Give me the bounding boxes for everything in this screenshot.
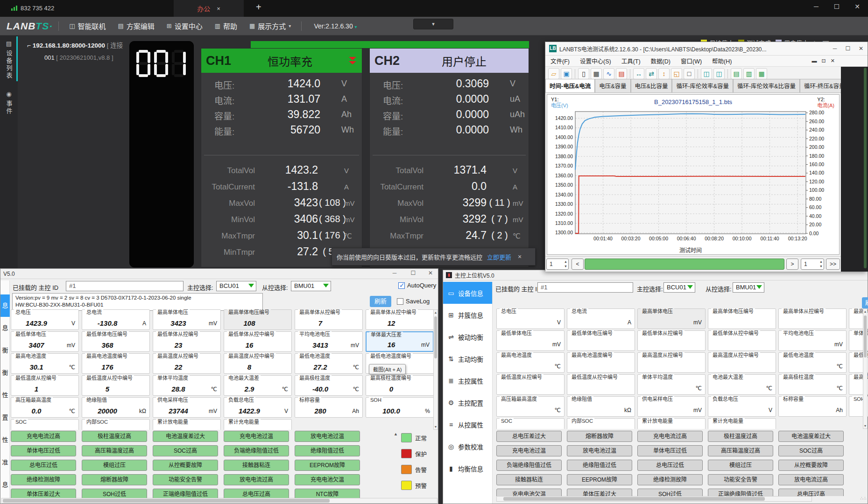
data-cell[interactable]: 最高电池温度编号 176	[82, 353, 150, 374]
data-cell[interactable]: 最高极柱温度编号 0	[366, 375, 434, 396]
data-cell[interactable]: 最低单体从控中编号	[708, 330, 776, 351]
data-cell[interactable]: 最高单体电压 3423 mV	[153, 309, 221, 330]
data-cell[interactable]: 最高单体从控中编号 12	[366, 309, 434, 330]
split-three-icon[interactable]: ◫	[713, 68, 725, 79]
fit-vertical-icon[interactable]: ↕	[658, 68, 670, 79]
data-cell[interactable]: 最低单体电压 mV	[496, 330, 565, 351]
status-flag-button[interactable]: 负端绝缘阻值过低	[496, 460, 562, 471]
data-cell[interactable]: 高压箱最高温度 0.0 ℃	[11, 397, 79, 418]
sidebar-item-主控属性[interactable]: ≣ 主控属性	[443, 370, 492, 392]
left-window-titlebar[interactable]: V5.0	[0, 269, 438, 279]
ch2-header[interactable]: CH2 用户停止	[370, 49, 529, 73]
data-cell[interactable]: 单体平均温度 28.8 ℃	[153, 375, 221, 396]
chart-window-titlebar[interactable]: LB LANBTS电池测试系统2.12.6.30 - [C:\Users\LAN…	[545, 42, 868, 56]
status-flag-button[interactable]: 电池温度差过大	[778, 431, 844, 442]
status-flag-button[interactable]: 充电电流过高	[637, 431, 703, 442]
data-cell[interactable]: 最低温度从控编号	[496, 374, 565, 395]
status-flag-button[interactable]: 绝缘阻值过低	[567, 460, 632, 471]
table-dense-icon[interactable]: ▦	[756, 68, 767, 79]
status-flag-button[interactable]: 功能安全告警	[153, 474, 218, 485]
data-cell[interactable]: 绝缘阻值 kΩ	[567, 396, 635, 417]
status-flag-button[interactable]: 极柱温度过高	[708, 431, 773, 442]
status-flag-button[interactable]: 总电压过低	[11, 460, 76, 471]
chart-menu-item[interactable]: 窗口(W)	[681, 56, 702, 65]
left-win-minimize[interactable]: ─	[387, 270, 402, 276]
save-icon[interactable]: ▣	[561, 68, 572, 79]
refresh-button[interactable]: 刷新	[370, 296, 391, 307]
minimize-button[interactable]: ─	[809, 3, 823, 10]
data-cell[interactable]: 总电流 A	[567, 308, 635, 329]
status-flag-button[interactable]: 总电压过低	[637, 460, 703, 471]
slave-select-dropdown[interactable]: BMU01	[291, 281, 331, 291]
status-flag-button[interactable]: 接触器粘连	[224, 460, 289, 471]
sidebar-item-主控配置[interactable]: ⚙ 主控配置	[443, 392, 492, 413]
sidebar-item-设备信息[interactable]: ▭ 设备信息	[443, 282, 492, 304]
status-flag-button[interactable]: SOC过高	[778, 445, 844, 456]
data-cell[interactable]: 平均电池电压 3413 mV	[295, 331, 363, 352]
status-flag-button[interactable]: 绝缘检测故障	[637, 474, 703, 485]
data-cell[interactable]: 单体平均温度 ℃	[637, 374, 706, 395]
status-flag-button[interactable]: 从控概要故障	[153, 460, 218, 471]
data-cell[interactable]: 最高电池温度 ℃	[496, 352, 565, 373]
right-grid-scrollbar[interactable]: ▲▼	[863, 308, 868, 429]
data-cell[interactable]: 总电流 -130.8 A	[82, 309, 150, 330]
left-win-maximize[interactable]: ☐	[406, 270, 421, 276]
data-cell[interactable]: 最高单体电压编号	[708, 308, 776, 329]
last-page-button[interactable]: >>	[826, 259, 840, 270]
notification-close-icon[interactable]: ×	[518, 253, 522, 260]
settings-center-menu-item[interactable]: ⊞ 设置中心	[167, 21, 205, 31]
chart-maximize-button[interactable]: ☐	[841, 45, 854, 52]
data-cell[interactable]: 最低电池温度 ℃	[778, 352, 847, 373]
status-flag-button[interactable]: 功能安全告警	[708, 474, 773, 485]
status-flag-button[interactable]: 负端绝缘阻值过低	[224, 445, 289, 456]
data-cell[interactable]: 最高温度从控编号	[637, 352, 706, 373]
left-grid-scrollbar[interactable]: ▲▼	[433, 309, 438, 430]
chart-menu-item[interactable]: 工具(T)	[621, 56, 641, 65]
status-flag-button[interactable]: 充电电池过温	[224, 431, 289, 442]
clipped-sidebar-item[interactable]: 衡	[0, 339, 10, 362]
status-flag-button[interactable]: 放电电流过高	[224, 474, 289, 485]
clipped-sidebar-item[interactable]: 性	[0, 384, 10, 406]
session-tab[interactable]: 办公 ×	[174, 0, 244, 17]
master-select-dropdown[interactable]: BCU01	[216, 281, 256, 291]
expand-icon[interactable]: ◱	[671, 68, 682, 79]
status-flag-button[interactable]: 充电电池欠温	[295, 474, 360, 485]
status-flag-button[interactable]: 总电压过高	[778, 489, 844, 496]
clipped-sidebar-item[interactable]: 置	[0, 406, 10, 429]
status-flag-button[interactable]: 高压箱温度过高	[82, 445, 147, 456]
split-two-icon[interactable]: ◫	[701, 68, 712, 79]
status-flag-button[interactable]: SOC过高	[153, 445, 218, 456]
data-cell[interactable]: 电池最大温差 2.9 ℃	[224, 375, 292, 396]
table-view-icon[interactable]: ▤	[731, 68, 742, 79]
right-h-scrollbar[interactable]	[496, 496, 812, 502]
autoquery-checkbox[interactable]: AutoQuery	[398, 282, 436, 289]
status-flag-button[interactable]: 放电电池过温	[295, 431, 360, 442]
data-cell[interactable]: 累计充电能量	[224, 419, 292, 430]
data-cell[interactable]: SOC	[496, 418, 565, 429]
chart-minimize-button[interactable]: ─	[828, 45, 841, 52]
data-cell[interactable]: 最高单体电压 mV	[637, 308, 706, 329]
merge-horizontal-icon[interactable]: ⇄	[646, 68, 657, 79]
data-cell[interactable]: 总电压 V	[496, 308, 565, 329]
mdi-scrollbar[interactable]	[864, 68, 867, 268]
chart-close-button[interactable]: ✕	[854, 45, 868, 52]
schedule-alert-icon[interactable]: ▤	[616, 68, 627, 79]
data-cell[interactable]: 最低单体从控中编号 16	[224, 331, 292, 352]
status-flag-button[interactable]: EEPROM故障	[567, 474, 632, 485]
sidebar-item-并簇信息[interactable]: ⊞ 并簇信息	[443, 304, 492, 326]
status-flag-button[interactable]: 高压箱温度过高	[708, 445, 773, 456]
status-flag-button[interactable]: 接触器粘连	[496, 474, 562, 485]
chart-tab-2[interactable]: 电压&比容量	[631, 79, 672, 92]
chart-menu-item[interactable]: 数据(D)	[651, 56, 670, 65]
chart-tab-1[interactable]: 电压&容量	[595, 79, 630, 92]
data-cell[interactable]: 电池最大温差 ℃	[708, 374, 776, 395]
data-cell[interactable]: 最低单体从控编号	[637, 330, 706, 351]
status-flag-button[interactable]: 绝缘检测故障	[11, 474, 76, 485]
curve-icon[interactable]: ∿	[603, 68, 614, 79]
data-cell[interactable]: 最低温度从控编号 1	[11, 375, 79, 396]
maximize-button[interactable]: ☐	[830, 3, 844, 10]
data-cell[interactable]: 累计充电能量	[708, 418, 776, 429]
chart-menu-item[interactable]: 文件(F)	[550, 56, 570, 65]
clipped-sidebar-item[interactable]: 性	[0, 429, 10, 451]
status-scroll-up-icon[interactable]: ▲	[394, 432, 398, 436]
